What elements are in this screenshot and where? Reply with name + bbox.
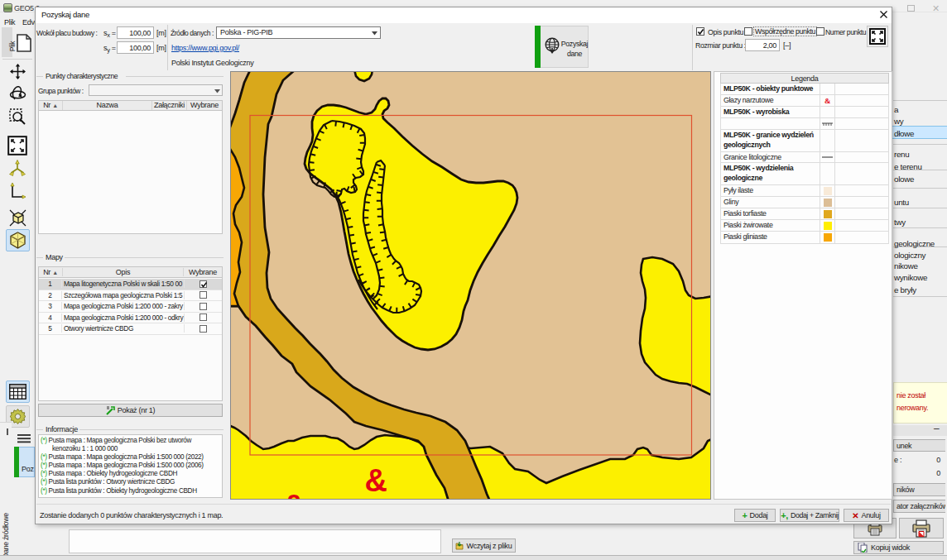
svg-text:&: & [364, 463, 387, 498]
svg-text:&: & [282, 489, 305, 499]
